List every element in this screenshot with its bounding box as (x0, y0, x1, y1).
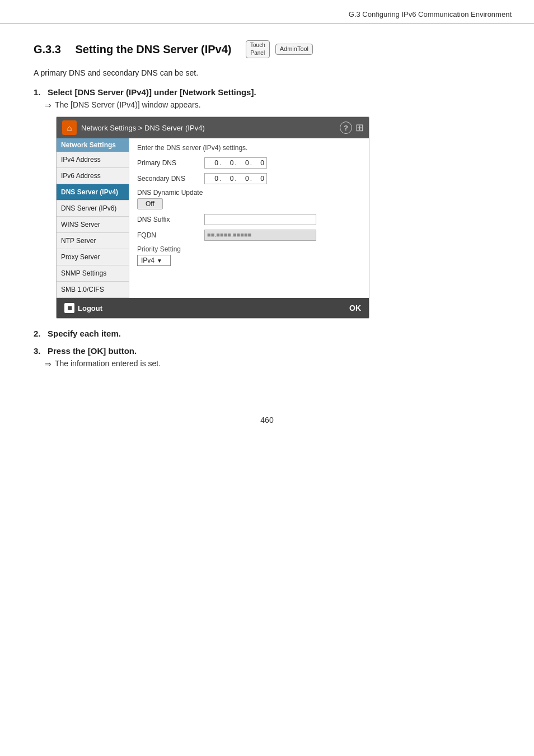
page-number: 460 (0, 416, 534, 424)
dns-dynamic-update-label: DNS Dynamic Update (137, 189, 361, 197)
sidebar-item-snmp[interactable]: SNMP Settings (57, 265, 129, 282)
ui-description: Enter the DNS server (IPv4) settings. (137, 144, 361, 152)
primary-dns-row: Primary DNS 0 . 0 . 0 . 0 (137, 157, 361, 169)
select-arrow-icon: ▼ (157, 258, 162, 264)
step-3-title: 3. Press the [OK] button. (34, 346, 500, 356)
section-description: A primary DNS and secondary DNS can be s… (34, 68, 500, 77)
ui-breadcrumb: Network Settings > DNS Server (IPv4) (81, 124, 205, 132)
dns-dynamic-update-section: DNS Dynamic Update Off (137, 189, 361, 209)
logout-icon: ⏹ (64, 303, 74, 313)
main-content: G.3.3 Setting the DNS Server (IPv4) Touc… (0, 24, 534, 393)
logout-button[interactable]: ⏹ Logout (64, 303, 102, 313)
primary-dns-input[interactable]: 0 . 0 . 0 . 0 (204, 157, 267, 169)
sidebar-item-ipv6-address[interactable]: IPv6 Address (57, 168, 129, 184)
help-icon[interactable]: ? (340, 122, 352, 134)
ui-body: Network Settings IPv4 Address IPv6 Addre… (57, 138, 369, 298)
section-number: G.3.3 (34, 43, 61, 56)
ui-main: Enter the DNS server (IPv4) settings. Pr… (129, 138, 369, 298)
dns-suffix-label: DNS Suffix (137, 216, 199, 223)
ui-topbar: ⌂ Network Settings > DNS Server (IPv4) ?… (57, 117, 369, 138)
step-3-sub: ⇒ The information entered is set. (45, 359, 500, 368)
dns-suffix-input[interactable] (204, 214, 316, 225)
ok-button[interactable]: OK (349, 304, 361, 312)
ui-bottombar: ⏹ Logout OK (57, 298, 369, 318)
sidebar-group-network: Network Settings (57, 138, 129, 152)
section-heading: G.3.3 Setting the DNS Server (IPv4) Touc… (34, 40, 500, 58)
sidebar-item-ipv4-address[interactable]: IPv4 Address (57, 152, 129, 168)
ui-screenshot: ⌂ Network Settings > DNS Server (IPv4) ?… (56, 116, 369, 319)
sidebar-item-dns-ipv6[interactable]: DNS Server (IPv6) (57, 200, 129, 217)
arrow-icon-3: ⇒ (45, 360, 51, 368)
step-2: 2. Specify each item. (34, 329, 500, 338)
grid-icon[interactable]: ⊞ (355, 122, 363, 134)
priority-setting-section: Priority Setting IPv4 ▼ (137, 245, 361, 266)
dns-suffix-row: DNS Suffix (137, 214, 361, 225)
sidebar-item-proxy[interactable]: Proxy Server (57, 249, 129, 265)
sidebar-item-smb[interactable]: SMB 1.0/CIFS (57, 282, 129, 298)
secondary-dns-label: Secondary DNS (137, 175, 199, 183)
fqdn-label: FQDN (137, 231, 199, 239)
section-title: Setting the DNS Server (IPv4) (75, 43, 231, 56)
step-3: 3. Press the [OK] button. ⇒ The informat… (34, 346, 500, 368)
step-2-title: 2. Specify each item. (34, 329, 500, 338)
admin-tool-badge: AdminTool (275, 44, 313, 54)
step-1-title: 1. Select [DNS Server (IPv4)] under [Net… (34, 87, 500, 97)
ui-sidebar: Network Settings IPv4 Address IPv6 Addre… (57, 138, 129, 298)
step-1-sub: ⇒ The [DNS Server (IPv4)] window appears… (45, 100, 500, 110)
priority-setting-select[interactable]: IPv4 ▼ (137, 255, 171, 266)
priority-setting-label: Priority Setting (137, 245, 361, 253)
arrow-icon: ⇒ (45, 101, 51, 110)
secondary-dns-row: Secondary DNS 0 . 0 . 0 . 0 (137, 173, 361, 184)
fqdn-row: FQDN ■■.■■■■.■■■■■ (137, 230, 361, 241)
step-1: 1. Select [DNS Server (IPv4)] under [Net… (34, 87, 500, 319)
touch-panel-badge: Touch Panel (246, 40, 270, 58)
primary-dns-label: Primary DNS (137, 159, 199, 167)
header-text: G.3 Configuring IPv6 Communication Envir… (349, 10, 512, 18)
dns-dynamic-update-off-button[interactable]: Off (137, 198, 163, 209)
page-header: G.3 Configuring IPv6 Communication Envir… (0, 0, 534, 24)
sidebar-item-ntp[interactable]: NTP Server (57, 233, 129, 249)
secondary-dns-input[interactable]: 0 . 0 . 0 . 0 (204, 173, 267, 184)
fqdn-value: ■■.■■■■.■■■■■ (204, 230, 316, 241)
home-icon[interactable]: ⌂ (62, 120, 77, 135)
sidebar-item-dns-ipv4[interactable]: DNS Server (IPv4) (57, 184, 129, 200)
sidebar-item-wins[interactable]: WINS Server (57, 217, 129, 233)
